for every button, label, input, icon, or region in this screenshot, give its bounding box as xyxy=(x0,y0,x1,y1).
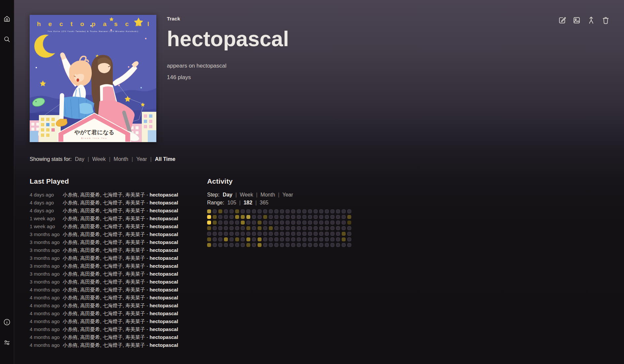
artist-link[interactable]: 小糸侑 xyxy=(63,200,78,205)
artist-link[interactable]: 寿美菜子 xyxy=(125,271,145,277)
artist-link[interactable]: 小糸侑 xyxy=(63,271,78,277)
artist-link[interactable]: 小糸侑 xyxy=(63,255,78,261)
artist-link[interactable]: 七海燈子 xyxy=(103,318,123,324)
artist-link[interactable]: 寿美菜子 xyxy=(125,318,145,324)
artist-link[interactable]: 高田憂希 xyxy=(80,342,100,348)
artist-link[interactable]: 高田憂希 xyxy=(80,263,100,269)
track-link[interactable]: hectopascal xyxy=(149,326,178,332)
artist-link[interactable]: 七海燈子 xyxy=(103,224,123,229)
stats-option-month[interactable]: Month xyxy=(114,156,128,162)
artist-link[interactable]: 高田憂希 xyxy=(80,216,100,221)
artist-link[interactable]: 七海燈子 xyxy=(103,271,123,277)
artist-link[interactable]: 高田憂希 xyxy=(80,208,100,213)
merge-button[interactable] xyxy=(587,16,596,25)
track-link[interactable]: hectopascal xyxy=(149,311,178,316)
artist-link[interactable]: 七海燈子 xyxy=(103,216,123,221)
artist-link[interactable]: 高田憂希 xyxy=(80,279,100,285)
artist-link[interactable]: 小糸侑 xyxy=(63,239,78,245)
stats-option-all-time[interactable]: All Time xyxy=(155,156,175,162)
artist-link[interactable]: 七海燈子 xyxy=(103,263,123,269)
artist-link[interactable]: 高田憂希 xyxy=(80,318,100,324)
artist-link[interactable]: 寿美菜子 xyxy=(125,239,145,245)
artist-link[interactable]: 寿美菜子 xyxy=(125,208,145,213)
stats-option-day[interactable]: Day xyxy=(75,156,84,162)
artist-link[interactable]: 七海燈子 xyxy=(103,326,123,332)
change-image-button[interactable] xyxy=(572,16,581,25)
artist-link[interactable]: 寿美菜子 xyxy=(125,279,145,285)
artist-link[interactable]: 七海燈子 xyxy=(103,311,123,316)
edit-button[interactable] xyxy=(558,16,567,25)
artist-link[interactable]: 寿美菜子 xyxy=(125,295,145,300)
artist-link[interactable]: 高田憂希 xyxy=(80,334,100,340)
artist-link[interactable]: 七海燈子 xyxy=(103,192,123,197)
artist-link[interactable]: 寿美菜子 xyxy=(125,334,145,340)
artist-link[interactable]: 寿美菜子 xyxy=(125,216,145,221)
artist-link[interactable]: 七海燈子 xyxy=(103,231,123,237)
artist-link[interactable]: 寿美菜子 xyxy=(125,311,145,316)
settings-button[interactable] xyxy=(2,338,12,348)
artist-link[interactable]: 小糸侑 xyxy=(63,263,78,269)
artist-link[interactable]: 七海燈子 xyxy=(103,342,123,348)
step-option-year[interactable]: Year xyxy=(282,192,293,197)
track-link[interactable]: hectopascal xyxy=(149,224,178,229)
artist-link[interactable]: 七海燈子 xyxy=(103,255,123,261)
artist-link[interactable]: 小糸侑 xyxy=(63,303,78,308)
artist-link[interactable]: 高田憂希 xyxy=(80,271,100,277)
artist-link[interactable]: 高田憂希 xyxy=(80,311,100,316)
artist-link[interactable]: 寿美菜子 xyxy=(125,303,145,308)
artist-link[interactable]: 高田憂希 xyxy=(80,239,100,245)
track-link[interactable]: hectopascal xyxy=(149,271,178,277)
artist-link[interactable]: 七海燈子 xyxy=(103,239,123,245)
track-link[interactable]: hectopascal xyxy=(149,231,178,237)
artist-link[interactable]: 七海燈子 xyxy=(103,303,123,308)
artist-link[interactable]: 高田憂希 xyxy=(80,231,100,237)
artist-link[interactable]: 高田憂希 xyxy=(80,326,100,332)
step-option-week[interactable]: Week xyxy=(240,192,253,197)
artist-link[interactable]: 寿美菜子 xyxy=(125,255,145,261)
artist-link[interactable]: 寿美菜子 xyxy=(125,263,145,269)
artist-link[interactable]: 高田憂希 xyxy=(80,295,100,300)
artist-link[interactable]: 七海燈子 xyxy=(103,208,123,213)
artist-link[interactable]: 高田憂希 xyxy=(80,303,100,308)
track-link[interactable]: hectopascal xyxy=(149,216,178,221)
delete-button[interactable] xyxy=(601,16,610,25)
artist-link[interactable]: 寿美菜子 xyxy=(125,192,145,197)
artist-link[interactable]: 小糸侑 xyxy=(63,342,78,348)
artist-link[interactable]: 小糸侑 xyxy=(63,208,78,213)
album-link[interactable]: hectopascal xyxy=(197,63,227,69)
track-link[interactable]: hectopascal xyxy=(149,239,178,245)
artist-link[interactable]: 七海燈子 xyxy=(103,334,123,340)
track-link[interactable]: hectopascal xyxy=(149,255,178,261)
artist-link[interactable]: 小糸侑 xyxy=(63,224,78,229)
artist-link[interactable]: 寿美菜子 xyxy=(125,200,145,205)
track-link[interactable]: hectopascal xyxy=(149,334,178,340)
track-link[interactable]: hectopascal xyxy=(149,342,178,348)
artist-link[interactable]: 小糸侑 xyxy=(63,295,78,300)
artist-link[interactable]: 高田憂希 xyxy=(80,247,100,253)
stats-option-year[interactable]: Year xyxy=(136,156,147,162)
search-button[interactable] xyxy=(2,34,12,44)
artist-link[interactable]: 七海燈子 xyxy=(103,200,123,205)
artist-link[interactable]: 高田憂希 xyxy=(80,200,100,205)
artist-link[interactable]: 小糸侑 xyxy=(63,311,78,316)
artist-link[interactable]: 寿美菜子 xyxy=(125,326,145,332)
artist-link[interactable]: 高田憂希 xyxy=(80,287,100,292)
range-option-182[interactable]: 182 xyxy=(243,200,252,205)
step-option-month[interactable]: Month xyxy=(261,192,275,197)
artist-link[interactable]: 七海燈子 xyxy=(103,295,123,300)
artist-link[interactable]: 七海燈子 xyxy=(103,287,123,292)
artist-link[interactable]: 寿美菜子 xyxy=(125,224,145,229)
track-link[interactable]: hectopascal xyxy=(149,295,178,300)
track-link[interactable]: hectopascal xyxy=(149,208,178,213)
artist-link[interactable]: 小糸侑 xyxy=(63,334,78,340)
range-option-365[interactable]: 365 xyxy=(260,200,268,205)
album-art[interactable]: やがて君になる Bloom Into You hectopascal Yuu K… xyxy=(30,15,156,142)
artist-link[interactable]: 小糸侑 xyxy=(63,326,78,332)
artist-link[interactable]: 寿美菜子 xyxy=(125,231,145,237)
info-button[interactable] xyxy=(2,317,12,327)
step-option-day[interactable]: Day xyxy=(223,192,232,197)
artist-link[interactable]: 小糸侑 xyxy=(63,216,78,221)
artist-link[interactable]: 寿美菜子 xyxy=(125,287,145,292)
track-link[interactable]: hectopascal xyxy=(149,200,178,205)
track-link[interactable]: hectopascal xyxy=(149,318,178,324)
